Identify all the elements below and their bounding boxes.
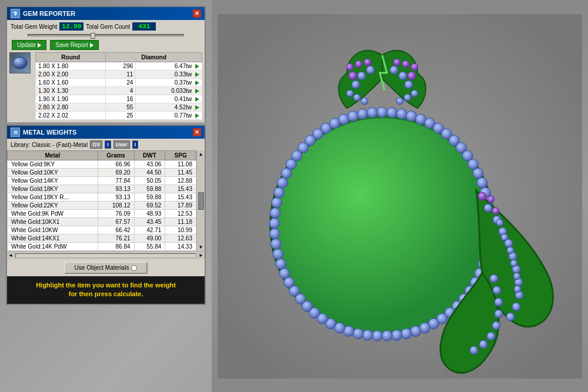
gem-weight-value: 12.90 (59, 22, 83, 31)
svg-point-39 (362, 330, 373, 340)
metal-table-wrapper[interactable]: Metal Grams DWT SPG Yellow Gold:9KY 66.9… (7, 150, 196, 251)
panels-container: 💎 GEM REPORTER ✕ Total Gem Weight 12.90 … (6, 6, 206, 305)
gem-table-row: 1.30 X 1.30 4 0.033tw (36, 87, 202, 95)
metal-weights-title: METAL WEIGHTS (23, 129, 76, 136)
metal-dwt-cell: 43.45 (134, 218, 165, 226)
svg-point-4 (387, 107, 397, 118)
svg-point-88 (510, 260, 517, 267)
svg-point-52 (273, 249, 283, 259)
svg-point-117 (404, 94, 411, 101)
row-arrow-icon[interactable] (195, 72, 199, 77)
highlight-message: Highlight the item you want to find the … (7, 276, 205, 304)
svg-point-40 (353, 328, 363, 339)
metal-spg-cell: 12.53 (165, 210, 196, 218)
metal-spg-cell: 11.45 (165, 169, 196, 177)
save-report-button[interactable]: Save Report (50, 40, 99, 50)
metal-weights-close-button[interactable]: ✕ (193, 128, 201, 136)
svg-point-54 (269, 228, 280, 239)
svg-point-55 (269, 218, 280, 229)
svg-point-35 (401, 328, 412, 339)
col-dwt-header: DWT (134, 151, 165, 160)
col-round-header: Round (36, 53, 106, 62)
metal-grams-cell: 66.42 (98, 226, 134, 234)
gv-i-button[interactable]: I (105, 140, 111, 149)
svg-point-101 (366, 66, 375, 74)
col-grams-header: Grams (98, 151, 134, 160)
metal-dwt-cell: 55.84 (134, 243, 165, 251)
metal-grams-cell: 108.12 (98, 202, 134, 210)
metal-grams-cell: 77.84 (98, 177, 134, 185)
metal-grams-cell: 93.13 (98, 185, 134, 193)
svg-point-5 (396, 108, 407, 119)
svg-point-59 (277, 177, 288, 188)
svg-point-16 (477, 177, 487, 188)
svg-point-72 (484, 204, 492, 212)
scroll-thumb[interactable] (198, 192, 204, 210)
gem-size-cell: 1.80 X 1.80 (36, 62, 106, 71)
gem-weight-cell: 4.52tw (136, 103, 202, 112)
svg-point-103 (346, 63, 353, 71)
svg-point-107 (353, 94, 360, 101)
svg-point-38 (372, 330, 383, 341)
update-button[interactable]: Update (12, 40, 46, 50)
row-arrow-icon[interactable] (195, 97, 199, 102)
scroll-left-icon[interactable]: ◄ (7, 253, 14, 258)
svg-point-36 (392, 330, 402, 340)
svg-point-115 (393, 59, 400, 66)
metal-spg-cell: 15.43 (165, 185, 196, 193)
update-arrow-icon (38, 43, 41, 48)
svg-point-97 (479, 340, 487, 349)
row-arrow-icon[interactable] (195, 105, 199, 110)
metal-grams-cell: 86.84 (98, 243, 134, 251)
gem-count-cell: 296 (106, 62, 136, 71)
gem-table: Round Diamond 1.80 X 1.80 296 6.47tw 2.0… (35, 52, 202, 120)
scrollbar[interactable]: ▲ ▼ (196, 150, 205, 251)
slider-row (7, 33, 205, 38)
svg-point-105 (364, 59, 371, 66)
gem-reporter-close-button[interactable]: ✕ (193, 9, 201, 18)
gem-reporter-icon: 💎 (11, 9, 20, 18)
metal-name-cell: Yellow Gold:22KY (8, 202, 98, 210)
svg-point-108 (361, 98, 368, 105)
metal-spg-cell: 14.33 (165, 243, 196, 251)
metal-dwt-cell: 49.00 (134, 234, 165, 243)
scroll-up-icon[interactable]: ▲ (199, 152, 203, 157)
svg-point-71 (367, 107, 377, 118)
svg-point-6 (406, 110, 417, 121)
svg-point-3 (377, 107, 387, 118)
gem-size-cell: 2.00 X 2.00 (36, 71, 106, 79)
svg-point-90 (514, 286, 521, 293)
svg-point-92 (493, 286, 501, 294)
h-scrollbar[interactable]: ◄ ► (7, 251, 205, 259)
metal-table-row: White Gold:10KX1 67.57 43.45 11.18 (8, 218, 196, 226)
row-arrow-icon[interactable] (195, 113, 199, 118)
metal-dwt-cell: 44.50 (134, 169, 165, 177)
slider-track[interactable] (28, 34, 184, 36)
h-scroll-track[interactable] (15, 253, 196, 258)
user-button[interactable]: User (113, 140, 130, 149)
gem-table-row: 1.60 X 1.60 24 0.37tw (36, 79, 202, 87)
metal-spg-cell: 12.63 (165, 234, 196, 243)
row-arrow-icon[interactable] (195, 64, 199, 69)
use-object-button[interactable]: Use Object Materials (64, 262, 148, 274)
slider-thumb[interactable] (91, 33, 95, 39)
metal-name-cell: Yellow Gold:18KY (8, 185, 98, 193)
radio-dot (131, 265, 137, 271)
gem-count-value: 431 (132, 22, 156, 31)
svg-point-112 (407, 72, 416, 80)
metal-grams-cell: 76.09 (98, 210, 134, 218)
scroll-down-icon[interactable]: ▼ (199, 244, 203, 250)
gem-reporter-panel: 💎 GEM REPORTER ✕ Total Gem Weight 12.90 … (6, 6, 206, 122)
svg-point-85 (496, 219, 503, 226)
metal-name-cell: Yellow Gold:18KY R... (8, 193, 98, 202)
svg-point-116 (411, 90, 418, 97)
svg-point-99 (352, 81, 360, 89)
row-arrow-icon[interactable] (195, 89, 199, 93)
metal-dwt-cell: 43.06 (134, 160, 165, 169)
user-i-button[interactable]: I (132, 140, 139, 149)
metal-table: Metal Grams DWT SPG Yellow Gold:9KY 66.9… (7, 150, 196, 251)
scroll-right-icon[interactable]: ► (198, 253, 205, 258)
row-arrow-icon[interactable] (195, 81, 199, 85)
gem-count-cell: 24 (106, 79, 136, 87)
gv-button[interactable]: GV (90, 140, 102, 149)
